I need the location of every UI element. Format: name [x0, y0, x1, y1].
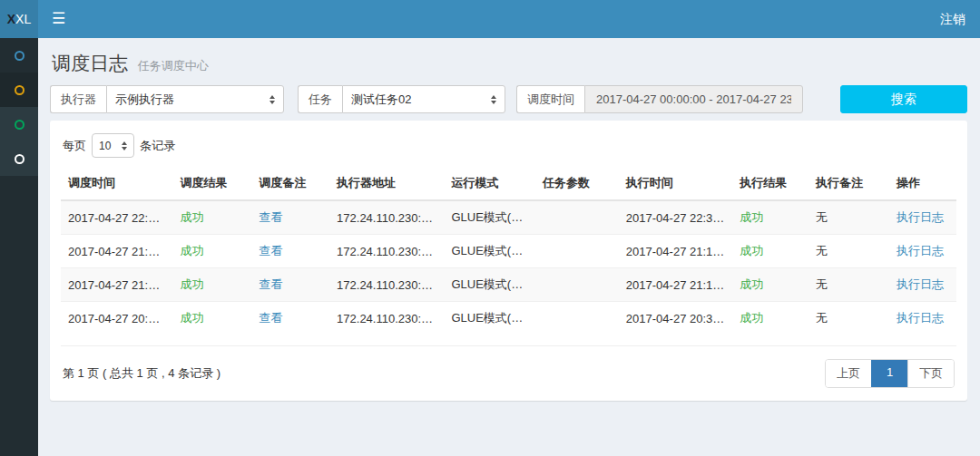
- cell-dispatch-remark: 查看: [251, 235, 329, 268]
- cell-dispatch-time: 2017-04-27 21:15:39: [61, 235, 172, 268]
- log-table: 调度时间 调度结果 调度备注 执行器地址 运行模式 任务参数 执行时间 执行结果…: [61, 167, 956, 335]
- cell-exec-remark: 无: [808, 302, 889, 335]
- view-remark-link[interactable]: 查看: [259, 244, 282, 257]
- success-text: 成功: [180, 277, 203, 291]
- per-page-select[interactable]: 10: [92, 133, 134, 158]
- success-text: 成功: [740, 244, 763, 257]
- page-header: 调度日志 任务调度中心: [50, 49, 967, 85]
- circle-icon: [15, 51, 24, 61]
- view-remark-link[interactable]: 查看: [259, 210, 282, 224]
- table-row: 2017-04-27 22:37:22 成功 查看 172.24.110.230…: [61, 200, 956, 235]
- table-header-row: 调度时间 调度结果 调度备注 执行器地址 运行模式 任务参数 执行时间 执行结果…: [61, 167, 956, 200]
- exec-log-link[interactable]: 执行日志: [897, 311, 944, 325]
- job-filter-group: 任务 测试任务02: [298, 85, 505, 113]
- top-navbar: XXL ☰ 注销: [0, 0, 980, 38]
- logo-text-bold: X: [7, 12, 15, 26]
- select-arrows-icon: [491, 95, 496, 104]
- select-arrows-icon: [270, 95, 275, 104]
- cell-exec-time: 2017-04-27 22:37:24: [619, 200, 732, 235]
- sidebar-item-3[interactable]: [0, 107, 38, 141]
- sidebar-toggle-icon[interactable]: ☰: [38, 0, 79, 38]
- page-subtitle: 任务调度中心: [138, 59, 209, 73]
- cell-action: 执行日志: [889, 268, 956, 302]
- sidebar: [0, 38, 38, 456]
- cell-dispatch-remark: 查看: [251, 268, 329, 302]
- success-text: 成功: [180, 311, 203, 325]
- job-select-value: 测试任务02: [351, 92, 411, 108]
- logo-text: XL: [15, 12, 31, 26]
- cell-dispatch-time: 2017-04-27 21:15:36: [61, 268, 172, 302]
- log-table-panel: 每页 10 条记录 调度时间 调度结果 调度备注: [50, 121, 967, 401]
- navbar: ☰ 注销: [38, 0, 980, 38]
- success-text: 成功: [180, 244, 203, 257]
- executor-select-value: 示例执行器: [115, 92, 174, 108]
- prev-page-button[interactable]: 上页: [826, 360, 871, 387]
- cell-dispatch-time: 2017-04-27 20:31:13: [61, 302, 172, 335]
- page-title: 调度日志: [52, 53, 128, 73]
- success-text: 成功: [180, 210, 203, 224]
- view-remark-link[interactable]: 查看: [259, 277, 282, 291]
- cell-exec-result: 成功: [732, 268, 808, 302]
- select-arrows-icon: [122, 141, 127, 150]
- exec-log-link[interactable]: 执行日志: [897, 244, 944, 257]
- table-row: 2017-04-27 21:15:36 成功 查看 172.24.110.230…: [61, 268, 956, 302]
- exec-log-link[interactable]: 执行日志: [897, 277, 944, 291]
- col-exec-result: 执行结果: [732, 167, 808, 200]
- cell-run-mode: GLUE模式(Java): [444, 268, 535, 302]
- executor-filter-label: 执行器: [50, 85, 106, 113]
- executor-select[interactable]: 示例执行器: [106, 85, 284, 113]
- cell-dispatch-result: 成功: [172, 235, 251, 268]
- job-select[interactable]: 测试任务02: [342, 85, 505, 113]
- col-dispatch-result: 调度结果: [172, 167, 251, 200]
- cell-executor-address: 172.24.110.230:9999: [329, 268, 444, 302]
- cell-exec-result: 成功: [732, 200, 808, 235]
- cell-executor-address: 172.24.110.230:9999: [329, 235, 444, 268]
- time-range-input[interactable]: [584, 85, 803, 113]
- cell-dispatch-remark: 查看: [251, 302, 329, 335]
- view-remark-link[interactable]: 查看: [259, 311, 282, 325]
- logo[interactable]: XXL: [0, 0, 38, 38]
- cell-dispatch-remark: 查看: [251, 200, 329, 235]
- col-run-mode: 运行模式: [444, 167, 535, 200]
- app-root: XXL ☰ 注销 调度日志 任务调度中心 执行器: [0, 0, 980, 456]
- col-executor-address: 执行器地址: [329, 167, 444, 200]
- cell-action: 执行日志: [889, 200, 956, 235]
- cell-executor-address: 172.24.110.230:9999: [329, 200, 444, 235]
- cell-exec-result: 成功: [732, 302, 808, 335]
- cell-run-mode: GLUE模式(Java): [444, 302, 535, 335]
- sidebar-item-4[interactable]: [0, 141, 38, 176]
- time-filter-group: 调度时间: [516, 85, 803, 113]
- success-text: 成功: [740, 277, 763, 291]
- circle-icon: [15, 85, 24, 95]
- col-dispatch-remark: 调度备注: [251, 167, 329, 200]
- cell-dispatch-result: 成功: [172, 302, 251, 335]
- filter-bar: 执行器 示例执行器 任务 测试任务02 调度时间 搜索: [50, 85, 967, 113]
- cell-task-param: [535, 302, 619, 335]
- page-1-button[interactable]: 1: [871, 360, 907, 387]
- pagination-bar: 第 1 页 ( 总共 1 页 , 4 条记录 ) 上页 1 下页: [61, 345, 956, 392]
- col-dispatch-time: 调度时间: [61, 167, 172, 200]
- col-action: 操作: [889, 167, 956, 200]
- cell-dispatch-result: 成功: [172, 200, 251, 235]
- cell-run-mode: GLUE模式(Java): [444, 200, 535, 235]
- time-filter-label: 调度时间: [516, 85, 584, 113]
- cell-exec-time: 2017-04-27 21:15:39: [619, 235, 732, 268]
- next-page-button[interactable]: 下页: [907, 360, 954, 387]
- success-text: 成功: [740, 311, 763, 325]
- pagination: 上页 1 下页: [825, 359, 955, 388]
- sidebar-item-2[interactable]: [0, 73, 38, 107]
- cell-exec-remark: 无: [808, 268, 889, 302]
- search-button[interactable]: 搜索: [840, 85, 967, 113]
- job-filter-label: 任务: [298, 85, 342, 113]
- cell-exec-time: 2017-04-27 21:15:36: [619, 268, 732, 302]
- sidebar-item-1[interactable]: [0, 38, 38, 73]
- cell-task-param: [535, 235, 619, 268]
- executor-filter-group: 执行器 示例执行器: [50, 85, 284, 113]
- col-task-param: 任务参数: [535, 167, 619, 200]
- cell-action: 执行日志: [889, 302, 956, 335]
- exec-log-link[interactable]: 执行日志: [897, 210, 944, 224]
- per-page-value: 10: [99, 140, 111, 152]
- table-row: 2017-04-27 21:15:39 成功 查看 172.24.110.230…: [61, 235, 956, 268]
- logout-link[interactable]: 注销: [926, 0, 980, 38]
- success-text: 成功: [740, 210, 763, 224]
